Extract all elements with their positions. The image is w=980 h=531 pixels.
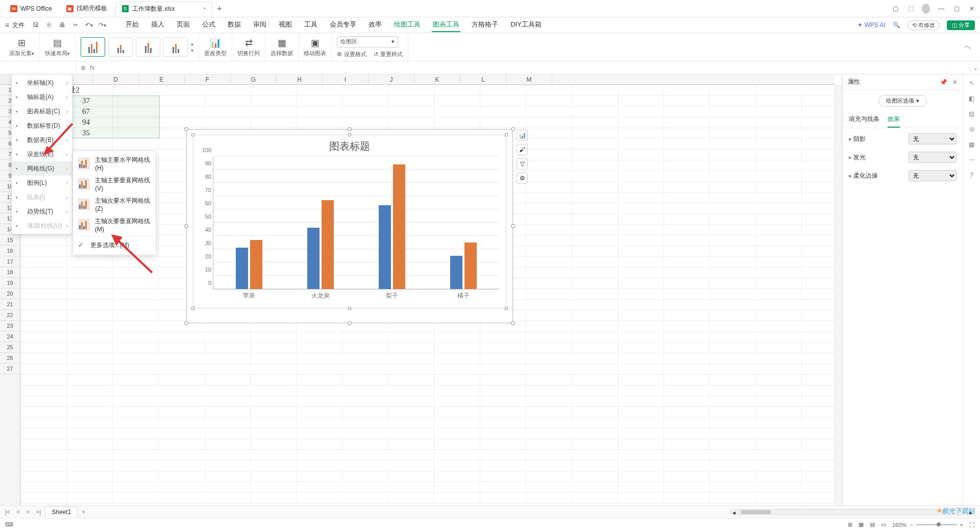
- undo-icon[interactable]: ↶▾: [85, 21, 93, 29]
- maximize-button[interactable]: ▢: [952, 5, 961, 12]
- file-menu[interactable]: 文件: [12, 21, 24, 30]
- tab-view[interactable]: 视图: [278, 18, 293, 32]
- pin-icon[interactable]: 📌: [940, 79, 947, 86]
- sb-select-icon[interactable]: ↖: [969, 80, 974, 87]
- close-button[interactable]: ✕: [968, 5, 976, 12]
- tab-fangge[interactable]: 方格格子: [471, 18, 499, 32]
- view-read-icon[interactable]: ▭: [881, 521, 886, 528]
- tab-review[interactable]: 审阅: [252, 18, 267, 32]
- sb-func-icon[interactable]: ◎: [969, 126, 974, 133]
- save-icon[interactable]: 🖫: [32, 21, 40, 29]
- redo-icon[interactable]: ↷▾: [98, 21, 106, 29]
- sheet-tab-1[interactable]: Sheet1: [45, 506, 78, 518]
- chart-style-1[interactable]: [81, 37, 105, 57]
- fx-icon[interactable]: fx: [90, 64, 94, 71]
- tab-start[interactable]: 开始: [125, 18, 140, 32]
- row-shadow[interactable]: 阴影: [849, 135, 866, 143]
- view-ops-icon[interactable]: ⊞: [848, 521, 852, 528]
- fullscreen-icon[interactable]: ⛶: [969, 522, 975, 528]
- close-panel-icon[interactable]: ✕: [952, 79, 958, 86]
- chart-brush-icon[interactable]: 🖌: [517, 144, 528, 155]
- menu-item[interactable]: ▪轴标题(A)›: [12, 90, 72, 104]
- menu-item[interactable]: ▪趋势线(T)›: [12, 204, 72, 219]
- tab-fill[interactable]: 填充与线条: [849, 112, 879, 128]
- tab-tools[interactable]: 工具: [303, 18, 318, 32]
- shadow-select[interactable]: 无: [909, 133, 957, 144]
- move-chart-button[interactable]: ▣移动图表: [299, 33, 332, 61]
- menu-item[interactable]: ▪图表标题(C)›: [12, 104, 72, 118]
- chart-object[interactable]: 📊 🖌 ▽ ⚙ 图表标题 0102030405060708090100苹果火龙果…: [186, 129, 513, 323]
- switch-rowcol-button[interactable]: ⇄切换行列: [232, 33, 265, 61]
- vertical-scrollbar[interactable]: [835, 85, 842, 518]
- tab-next-icon[interactable]: >: [24, 509, 32, 516]
- avatar[interactable]: [922, 4, 930, 14]
- menu-item[interactable]: ▪误差线(E)›: [12, 147, 72, 161]
- chart-title[interactable]: 图表标题: [193, 135, 506, 155]
- select-data-button[interactable]: ▦选择数据: [265, 33, 299, 61]
- change-type-button[interactable]: 📊更改类型: [199, 33, 232, 61]
- tab-page[interactable]: 页面: [176, 18, 191, 32]
- print-preview-icon[interactable]: ⎘: [45, 21, 53, 29]
- reset-style-button[interactable]: ↺ 重置样式: [374, 51, 403, 58]
- tab-last-icon[interactable]: >|: [34, 509, 43, 516]
- tab-docer[interactable]: ▣找稻壳模板: [60, 2, 113, 16]
- submenu-item[interactable]: ✓更多选项...(M): [73, 237, 156, 253]
- minimize-button[interactable]: —: [937, 5, 945, 12]
- sb-style-icon[interactable]: ◧: [969, 95, 974, 102]
- sb-more-icon[interactable]: ⋯: [969, 156, 975, 163]
- row-soft[interactable]: 柔化边缘: [849, 172, 878, 180]
- add-element-button[interactable]: ⊞添加元素▾: [4, 33, 40, 61]
- submenu-item[interactable]: 主轴主要垂直网格线(V): [73, 174, 156, 194]
- cut-icon[interactable]: ✂: [71, 21, 80, 29]
- chart-style-2[interactable]: [108, 37, 133, 57]
- sheet-area[interactable]: BCDEFGHIJKLM 123456789101112131415161718…: [0, 75, 842, 518]
- tab-data[interactable]: 数据: [227, 18, 242, 32]
- share-button[interactable]: ◫ 分享: [947, 20, 975, 30]
- tab-first-icon[interactable]: |<: [3, 509, 12, 516]
- tab-workbook[interactable]: S工作簿数量.xlsx•: [115, 2, 212, 16]
- menu-item[interactable]: ▪网格线(G)›: [12, 161, 72, 176]
- menu-item[interactable]: ▪坐标轴(X)›: [12, 76, 72, 90]
- tab-effect[interactable]: 效果: [888, 112, 900, 128]
- chart-filter-icon[interactable]: ▽: [517, 158, 528, 170]
- hamburger-icon[interactable]: ≡: [5, 21, 9, 29]
- zoom-icon[interactable]: ⊕: [81, 64, 86, 71]
- view-page-icon[interactable]: ▤: [870, 521, 875, 528]
- column-headers[interactable]: BCDEFGHIJKLM: [20, 75, 835, 85]
- tab-wps[interactable]: WWPS Office: [4, 2, 58, 16]
- menu-item[interactable]: ▪数据表(B)›: [12, 133, 72, 147]
- zoom-control[interactable]: 160%−+: [892, 522, 963, 528]
- row-glow[interactable]: 发光: [849, 153, 866, 162]
- tab-diy[interactable]: DIY工具箱: [509, 18, 543, 32]
- submenu-item[interactable]: 主轴次要垂直网格线(M): [73, 214, 156, 235]
- sb-layers-icon[interactable]: ▤: [969, 110, 974, 117]
- submenu-item[interactable]: 主轴次要水平网格线(Z): [73, 194, 156, 214]
- tab-efficiency[interactable]: 效率: [368, 18, 383, 32]
- tab-insert[interactable]: 插入: [150, 18, 165, 32]
- sb-help-icon[interactable]: ?: [970, 172, 973, 179]
- tab-draw[interactable]: 绘图工具: [393, 18, 422, 32]
- add-sheet-button[interactable]: +: [80, 509, 87, 516]
- soft-select[interactable]: 无: [909, 170, 957, 181]
- tab-formula[interactable]: 公式: [201, 18, 216, 32]
- menu-item[interactable]: ▪数据标签(D)›: [12, 118, 72, 133]
- tab-prev-icon[interactable]: <: [14, 509, 22, 516]
- chart-style-4[interactable]: [163, 37, 188, 57]
- wps-ai-button[interactable]: ✦ WPS AI: [857, 21, 886, 29]
- modified-badge[interactable]: ⟲ 有修改: [908, 20, 940, 30]
- quick-layout-button[interactable]: ▤快速布局▾: [40, 33, 76, 61]
- panel-selector[interactable]: 绘图区选项 ▾: [878, 95, 926, 107]
- chart-elem-icon[interactable]: 📊: [517, 130, 528, 141]
- set-format-button[interactable]: ⚙ 设置格式: [337, 51, 366, 58]
- new-tab-button[interactable]: +: [214, 4, 225, 13]
- tab-vip[interactable]: 会员专享: [329, 18, 357, 32]
- status-mode-icon[interactable]: ⌨: [5, 521, 13, 528]
- glow-select[interactable]: 无: [909, 152, 957, 163]
- collapse-ribbon-icon[interactable]: へ: [965, 43, 976, 52]
- win-cube-icon[interactable]: ⬚: [906, 5, 915, 12]
- view-normal-icon[interactable]: ▦: [859, 521, 864, 528]
- menu-item[interactable]: ▪图例(L)›: [12, 176, 72, 190]
- plot-area[interactable]: 图表标题 0102030405060708090100苹果火龙果梨子橘子: [193, 135, 506, 308]
- tab-chart[interactable]: 图表工具: [432, 18, 460, 32]
- name-box[interactable]: [0, 61, 77, 74]
